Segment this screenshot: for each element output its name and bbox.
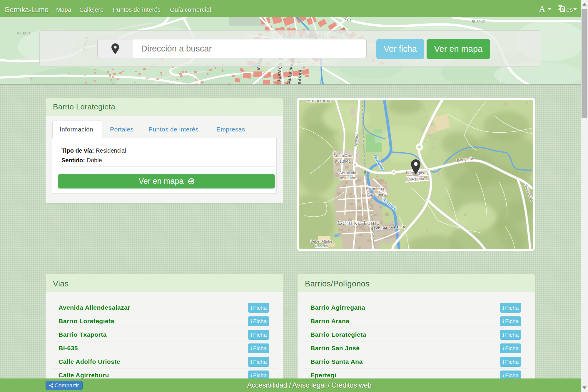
- svg-text:BI-3242: BI-3242: [472, 19, 485, 24]
- svg-text:Gernika-Lumo: Gernika-Lumo: [338, 220, 380, 226]
- svg-text:Santa Ana: Santa Ana: [333, 154, 353, 158]
- svg-text:Gernikako: Gernikako: [339, 171, 358, 175]
- svg-text:Armotxerria: Armotxerria: [308, 100, 330, 103]
- svg-text:BI-3213: BI-3213: [17, 31, 30, 35]
- svg-text:auzunea: auzunea: [335, 159, 351, 164]
- svg-text:Auzunea: Auzunea: [367, 192, 383, 197]
- svg-text:ikastola: ikastola: [315, 244, 328, 248]
- svg-text:auzunea: auzunea: [408, 176, 424, 181]
- svg-text:A: A: [562, 8, 564, 11]
- svg-text:Errenteria: Errenteria: [366, 186, 384, 191]
- svg-text:Seber Altube: Seber Altube: [310, 239, 332, 243]
- svg-text:Institutoa: Institutoa: [340, 176, 357, 180]
